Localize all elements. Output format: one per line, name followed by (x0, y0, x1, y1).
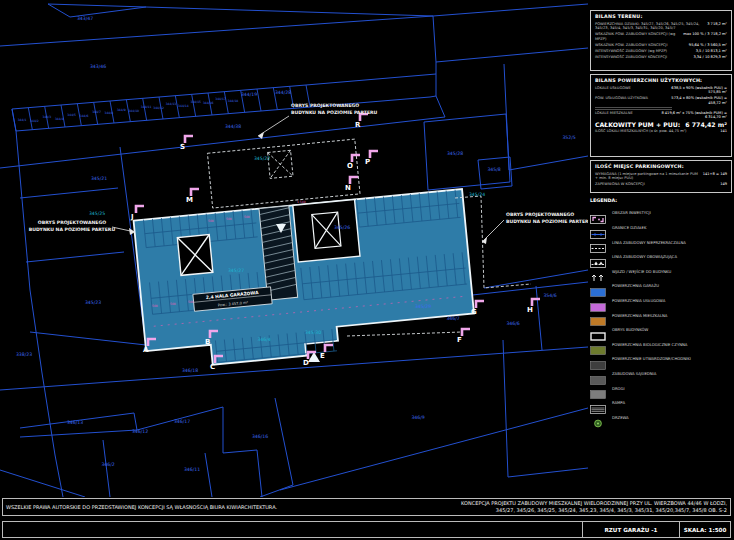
legend-item: OBSZAR INWESTYCJI (590, 209, 732, 218)
bilans-puu-rows: LOKALE USŁUGOWE638,5 x 90% (wskaźnik PUU… (595, 86, 727, 133)
plot-label: 346/9 (411, 415, 424, 420)
plot-label: 344/10 (128, 109, 139, 113)
row-value: 141 (720, 129, 727, 133)
parcel-divider (143, 98, 147, 120)
row-label: WSKAŹNIK POW. ZABUDOWY KONCEPCJI (595, 43, 685, 47)
legend-item: GRANICE DZIAŁEK (590, 224, 732, 233)
plot-label: 346/11 (184, 467, 200, 472)
row-label: WYMAGANA (1 miejsce parkingowe na 1 mies… (595, 172, 699, 181)
legend-item-label: GRANICE DZIAŁEK (612, 226, 647, 230)
corner-letter: O (347, 162, 353, 170)
corner-letter: P (365, 158, 370, 166)
annotation-line: BUDYNKU NA POZIOMIE PARTERU (506, 219, 588, 224)
legend-item: POWIERZCHNIA MIESZKALNA (590, 311, 732, 320)
dim-label: 500 (170, 302, 176, 306)
legend-item-label: POWIERZCHNIA MIESZKALNA (612, 314, 667, 318)
legend-item-label: WJAZD / WEJŚCIE DO BUDYNKU (612, 270, 671, 274)
row-value: 8 419,6 m² x 75% (wskaźnik PUM) = 6 314,… (658, 111, 727, 120)
obszar-corner-mark (352, 155, 360, 162)
panel-row: POW. USŁUGOWA UŻYTKOWA573,4 x 80% (wskaź… (595, 96, 727, 105)
project-title-line1: KONCEPCJA PROJEKTU ZABUDOWY MIESZKALNEJ … (461, 500, 727, 507)
plot-label: 354/6 (543, 293, 556, 298)
sheet-name: RZUT GARAŻU -1 (582, 522, 679, 537)
sheet-bar: RZUT GARAŻU -1 SKALA: 1:500 (2, 521, 731, 538)
row-value: 573,4 x 80% (wskaźnik PUU) = 458,72 m² (658, 96, 727, 105)
legend-item-label: POWIERZCHNIA GARAŻU (612, 284, 659, 288)
swatch-icon (590, 311, 606, 320)
wjazd-wejscie-icon (590, 267, 606, 276)
parcel-divider (192, 94, 196, 116)
plot-label: 346/7 (446, 316, 459, 321)
corner-letter: H (527, 306, 533, 314)
dim-label: 500 (208, 219, 214, 223)
legend-item-label: POWIERZCHNIE UTWARDZONE/CHODNIKI (612, 357, 691, 361)
plot-label: 344/16 (203, 101, 214, 105)
plot-label: 345/25 (89, 211, 105, 216)
legend: LEGENDA: OBSZAR INWESTYCJIGRANICE DZIAŁE… (590, 198, 732, 428)
sheet-scale: SKALA: 1:500 (679, 522, 730, 537)
corner-letter: A (143, 346, 149, 354)
legend-item: LINIA ZABUDOWY NIEPRZEKRACZALNA (590, 238, 732, 247)
plot-label: 346/12 (132, 429, 148, 434)
bilans-puu-box: BILANS POWIERZCHNI UŻYTKOWYCH: LOKALE US… (590, 74, 732, 157)
row-label: INTENSYWNOŚĆ ZABUDOWY (wg MPZP) (595, 49, 692, 53)
plot-label: 345/22 (254, 156, 270, 161)
row-value: 149 (720, 182, 727, 186)
plot-label: 344/4 (55, 117, 64, 121)
obszar-corner-mark (370, 151, 378, 158)
plot-label: 344/8 (105, 111, 114, 115)
footnote-bar (595, 109, 672, 110)
legend-item: RAMPA (590, 399, 732, 408)
dim-label: 500 (152, 304, 158, 308)
row-label: CAŁKOWITY PUM + PUU: (595, 123, 681, 127)
dim-label: 1 540 (297, 200, 306, 204)
legend-item-label: DROGI (612, 387, 625, 391)
panel-row: LOKALE MIESZKALNE8 419,6 m² x 75% (wskaź… (595, 111, 727, 120)
copyright-bar: WSZELKIE PRAWA AUTORSKIE DO PRZEDSTAWION… (2, 498, 731, 516)
plot-label: 344/12 (153, 106, 164, 110)
annotation-line: BUDYNKU NA POZIOMIE PARTERU (29, 227, 116, 232)
plot-label: 345/27 (228, 268, 244, 273)
plot-label: 345/24 (469, 192, 485, 197)
legend-item: POWIERZCHNIA BIOLOGICZNIE CZYNNA (590, 340, 732, 349)
row-label: LOKALE MIESZKALNE (595, 111, 654, 120)
legend-item-label: LINIA ZABUDOWY OBOWIĄZUJĄCA (612, 255, 677, 259)
plot-label: 345/28 (447, 151, 463, 156)
copyright-text: WSZELKIE PRAWA AUTORSKIE DO PRZEDSTAWION… (3, 504, 277, 510)
parcel-divider (12, 109, 16, 131)
plot-label: 352/5 (562, 135, 575, 140)
legend-item-label: OBRYS BUDYNKÓW (612, 328, 648, 332)
row-label: INTENSYWNOŚĆ ZABUDOWY KONCEPCJI (595, 55, 689, 59)
plot-label: 345/23 (85, 300, 101, 305)
legend-item-label: POWIERZCHNIA BIOLOGICZNIE CZYNNA (612, 343, 687, 347)
plot-label: 344/17 (215, 97, 226, 101)
legend-item-label: RAMPA (612, 401, 625, 405)
parcel-divider (257, 89, 261, 111)
core-right (312, 212, 341, 248)
plot-label: 344/15 (190, 100, 201, 104)
plot-label: 344/9 (117, 108, 126, 112)
swatch-icon (590, 340, 606, 349)
panel-row: CAŁKOWITY PUM + PUU:6 774,42 m² (595, 123, 727, 127)
plot-label: 343/47 (77, 16, 93, 21)
site-plan-drawing: 2,4 HALA GARAŻOWAPow.: 3 457,0 m² (0, 0, 588, 497)
row-label: POW. USŁUGOWA UŻYTKOWA (595, 96, 654, 105)
project-title: KONCEPCJA PROJEKTU ZABUDOWY MIESZKALNEJ … (461, 500, 730, 514)
legend-item: POWIERZCHNIA GARAŻU (590, 282, 732, 291)
rampa-icon (590, 399, 606, 408)
plot-label: 346/2 (101, 462, 114, 467)
row-value: 95,64 % / 3 560,5 m² (689, 43, 727, 47)
obszar-corner-mark (350, 177, 358, 184)
corner-letter: N (345, 184, 351, 192)
legend-item: POWIERZCHNIA USŁUGOWA (590, 297, 732, 306)
plot-label: 344/11 (141, 105, 152, 109)
plot-label: 344/2 (30, 119, 39, 123)
panel-row: INTENSYWNOŚĆ ZABUDOWY KONCEPCJI3,34 / 10… (595, 55, 727, 59)
parking-title: ILOŚĆ MIEJSC PARKINGOWYCH: (595, 164, 727, 169)
swatch-icon (590, 370, 606, 379)
legend-item: OBRYS BUDYNKÓW (590, 326, 732, 335)
legend-item: DRZEWA (590, 413, 732, 422)
obszar-corner-mark (476, 301, 484, 308)
obszar-corner-mark (462, 329, 470, 336)
legend-item: DROGI (590, 384, 732, 393)
